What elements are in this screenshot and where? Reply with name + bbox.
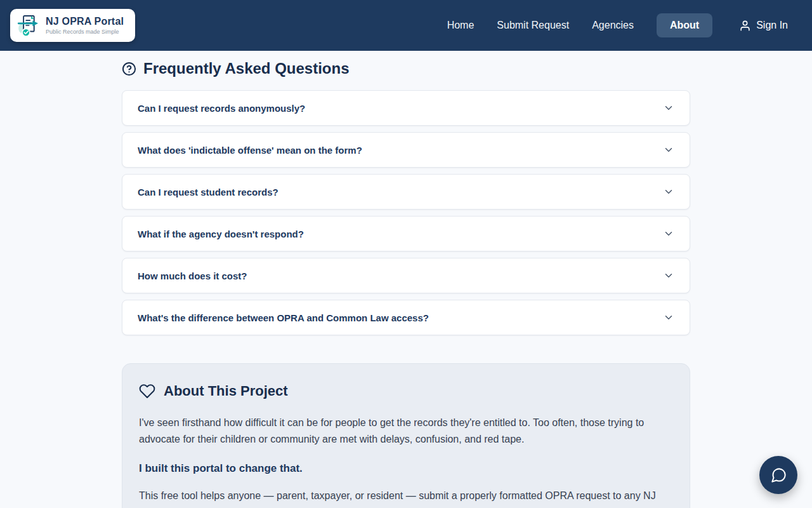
faq-question: Can I request student records? <box>138 187 278 197</box>
about-header: About This Project <box>139 383 673 399</box>
about-title: About This Project <box>164 383 288 399</box>
main-content: Frequently Asked Questions Can I request… <box>122 51 690 508</box>
navbar: NJ OPRA Portal Public Records made Simpl… <box>0 0 812 51</box>
help-circle-icon <box>122 62 136 76</box>
faq-item[interactable]: What's the difference between OPRA and C… <box>122 300 690 335</box>
chat-bubble-icon <box>770 467 787 484</box>
about-statement: I built this portal to change that. <box>139 462 673 475</box>
faq-item[interactable]: How much does it cost? <box>122 258 690 293</box>
nav-item-home[interactable]: Home <box>447 20 475 31</box>
brand-logo[interactable]: NJ OPRA Portal Public Records made Simpl… <box>10 9 135 42</box>
faq-item[interactable]: What if the agency doesn't respond? <box>122 216 690 251</box>
user-icon <box>739 20 751 32</box>
chevron-down-icon <box>663 102 674 114</box>
about-section: About This Project I've seen firsthand h… <box>122 363 690 508</box>
nav-item-about[interactable]: About <box>657 13 712 37</box>
faq-question: Can I request records anonymously? <box>138 103 305 114</box>
sign-in-button[interactable]: Sign In <box>735 19 792 32</box>
document-check-logo-icon <box>16 12 41 39</box>
faq-question: What if the agency doesn't respond? <box>138 229 304 239</box>
faq-item[interactable]: Can I request student records? <box>122 174 690 210</box>
sign-in-label: Sign In <box>756 20 788 31</box>
chevron-down-icon <box>663 312 674 323</box>
faq-list: Can I request records anonymously?What d… <box>122 90 690 335</box>
faq-question: What does 'indictable offense' mean on t… <box>138 145 362 156</box>
chevron-down-icon <box>663 270 674 281</box>
main-nav: HomeSubmit RequestAgenciesAbout Sign In <box>447 13 792 37</box>
page-title: Frequently Asked Questions <box>143 60 350 77</box>
faq-item[interactable]: What does 'indictable offense' mean on t… <box>122 132 690 168</box>
nav-item-agencies[interactable]: Agencies <box>592 20 634 31</box>
faq-item[interactable]: Can I request records anonymously? <box>122 90 690 126</box>
faq-header: Frequently Asked Questions <box>122 60 690 77</box>
nav-item-submit-request[interactable]: Submit Request <box>497 20 569 31</box>
chevron-down-icon <box>663 228 674 239</box>
brand-title: NJ OPRA Portal <box>46 16 124 27</box>
brand-tagline: Public Records made Simple <box>46 29 124 35</box>
about-paragraph-2: This free tool helps anyone — parent, ta… <box>139 488 669 508</box>
faq-question: What's the difference between OPRA and C… <box>138 312 429 323</box>
heart-icon <box>139 383 155 399</box>
chevron-down-icon <box>663 186 674 197</box>
chevron-down-icon <box>663 144 674 156</box>
faq-question: How much does it cost? <box>138 271 247 281</box>
chat-fab-button[interactable] <box>759 456 797 494</box>
about-paragraph-1: I've seen firsthand how difficult it can… <box>139 415 669 448</box>
